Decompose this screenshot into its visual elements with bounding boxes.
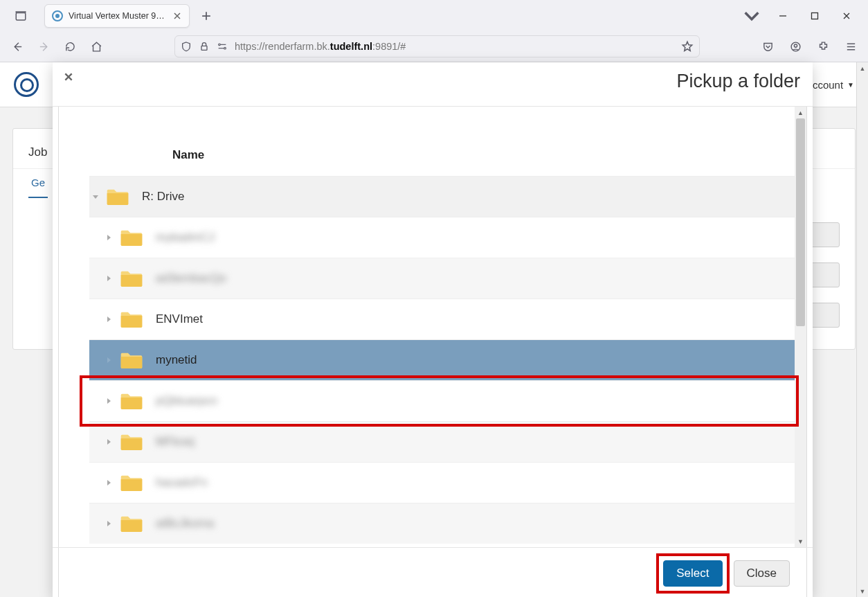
toolbar-right xyxy=(757,36,861,57)
folder-name: atBcJkoma xyxy=(156,517,214,531)
folder-browser: Name R: DrivemykadmCJad3embacQoENVImetmy… xyxy=(59,107,806,547)
modal-title: Pickup a folder xyxy=(676,71,800,92)
tab-bar: Virtual Vertex Muster 9 Web con xyxy=(0,0,868,31)
caret-right-icon[interactable] xyxy=(89,315,116,323)
folder-name: mynetid xyxy=(156,353,197,367)
browser-tab-active[interactable]: Virtual Vertex Muster 9 Web con xyxy=(44,4,190,28)
close-button[interactable]: Close xyxy=(734,560,790,587)
caret-right-icon[interactable] xyxy=(89,356,116,364)
panel-title: Job xyxy=(28,145,47,159)
reload-button[interactable] xyxy=(60,36,80,57)
folder-icon xyxy=(120,431,146,452)
app-logo-icon xyxy=(14,72,39,97)
folder-name: ENVImet xyxy=(156,312,203,326)
folder-row[interactable]: hacadcFn xyxy=(89,462,795,503)
folder-tree: Name R: DrivemykadmCJad3embacQoENVImetmy… xyxy=(59,107,795,547)
tabs-overflow-button[interactable] xyxy=(742,6,761,26)
scroll-up-icon[interactable]: ▲ xyxy=(795,107,806,118)
folder-icon xyxy=(120,513,146,534)
back-button[interactable] xyxy=(7,36,28,57)
tab-close-button[interactable] xyxy=(172,11,182,21)
address-bar[interactable]: https://renderfarm.bk.tudelft.nl:9891/# xyxy=(174,35,700,57)
folder-row[interactable]: mykadmCJ xyxy=(89,217,795,258)
folder-picker-modal: Pickup a folder Name R: DrivemykadmCJad3… xyxy=(53,62,813,597)
folder-name: ad3embacQo xyxy=(156,271,226,285)
panel-tab-link[interactable]: Ge xyxy=(28,170,48,198)
folder-browser-scrollbar[interactable]: ▲ ▼ xyxy=(795,107,806,547)
svg-point-6 xyxy=(794,44,797,46)
folder-icon xyxy=(106,186,132,207)
caret-down-icon[interactable] xyxy=(89,193,102,201)
new-tab-button[interactable] xyxy=(197,6,216,26)
account-menu-label: ccount xyxy=(813,79,843,91)
window-maximize-button[interactable] xyxy=(799,6,831,26)
window-minimize-button[interactable] xyxy=(767,6,799,26)
caret-right-icon[interactable] xyxy=(89,479,116,487)
folder-name: hacadcFn xyxy=(156,476,208,490)
svg-rect-1 xyxy=(812,12,818,19)
folder-row[interactable]: atBcJkoma xyxy=(89,503,795,544)
hamburger-menu-icon[interactable] xyxy=(840,36,861,57)
tree-header: Name xyxy=(89,134,795,176)
extensions-icon[interactable] xyxy=(813,36,833,57)
svg-point-4 xyxy=(224,47,226,49)
page-vertical-scrollbar[interactable]: ▲ ▼ xyxy=(856,62,868,597)
folder-icon xyxy=(120,268,146,289)
folder-row[interactable]: ENVImet xyxy=(89,298,795,339)
caret-right-icon[interactable] xyxy=(89,438,116,446)
scroll-down-icon[interactable]: ▼ xyxy=(795,535,806,547)
account-menu[interactable]: ccount ▼ xyxy=(813,79,854,91)
account-icon[interactable] xyxy=(785,36,806,57)
folder-row[interactable]: R: Drive xyxy=(89,176,795,217)
shield-icon[interactable] xyxy=(181,41,192,52)
permissions-icon[interactable] xyxy=(217,41,228,52)
folder-icon xyxy=(120,227,146,248)
home-button[interactable] xyxy=(86,36,107,57)
folder-name: mykadmCJ xyxy=(156,231,215,244)
tab-favicon xyxy=(52,10,63,21)
folder-row[interactable]: MFkoej xyxy=(89,421,795,462)
column-header-name: Name xyxy=(172,148,204,162)
recent-tabs-button[interactable] xyxy=(11,6,30,26)
caret-right-icon[interactable] xyxy=(89,519,116,528)
folder-row[interactable]: ad3embacQo xyxy=(89,258,795,298)
folder-icon xyxy=(120,350,146,371)
navigation-bar: https://renderfarm.bk.tudelft.nl:9891/# xyxy=(0,31,868,62)
svg-rect-2 xyxy=(201,46,207,50)
caret-right-icon[interactable] xyxy=(89,397,116,405)
scrollbar-thumb[interactable] xyxy=(796,118,805,326)
modal-footer: Select Close xyxy=(53,547,813,597)
tab-title: Virtual Vertex Muster 9 Web con xyxy=(69,11,167,21)
caret-right-icon[interactable] xyxy=(89,233,116,242)
caret-down-icon: ▼ xyxy=(847,81,854,89)
folder-row[interactable]: pQbtuarpcn xyxy=(89,380,795,421)
window-close-button[interactable] xyxy=(831,6,862,26)
svg-point-3 xyxy=(219,44,221,46)
folder-name: R: Drive xyxy=(142,190,184,204)
pocket-icon[interactable] xyxy=(757,36,778,57)
folder-icon xyxy=(120,391,146,411)
lock-icon[interactable] xyxy=(199,41,210,52)
modal-close-x-button[interactable] xyxy=(61,69,76,84)
scroll-down-icon[interactable]: ▼ xyxy=(857,585,868,597)
select-button[interactable]: Select xyxy=(663,560,722,587)
folder-row-selected[interactable]: mynetid xyxy=(89,339,795,380)
modal-body: Name R: DrivemykadmCJad3embacQoENVImetmy… xyxy=(53,107,813,547)
svg-rect-0 xyxy=(16,12,26,20)
browser-chrome: Virtual Vertex Muster 9 Web con xyxy=(0,0,868,62)
folder-icon xyxy=(120,309,146,330)
folder-icon xyxy=(120,472,146,493)
folder-name: pQbtuarpcn xyxy=(156,394,217,408)
url-text: https://renderfarm.bk.tudelft.nl:9891/# xyxy=(235,41,406,52)
modal-header: Pickup a folder xyxy=(53,62,813,107)
forward-button[interactable] xyxy=(33,36,54,57)
caret-right-icon[interactable] xyxy=(89,274,116,283)
bookmark-star-icon[interactable] xyxy=(681,40,694,53)
scroll-up-icon[interactable]: ▲ xyxy=(857,62,868,74)
folder-name: MFkoej xyxy=(156,435,195,449)
